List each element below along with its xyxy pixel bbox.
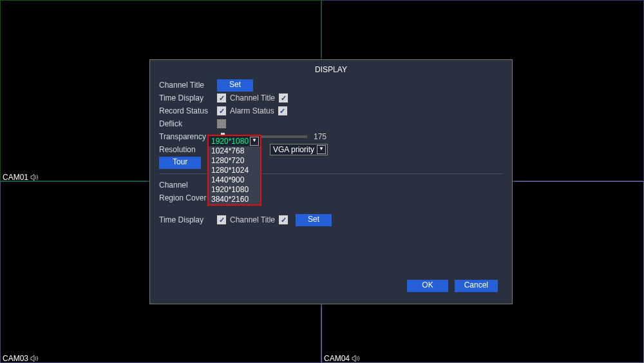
resolution-option[interactable]: 1024*768 (209, 146, 260, 156)
resolution-option[interactable]: 3840*2160 (209, 195, 260, 204)
alarm-status-checkbox[interactable]: ✓ (278, 106, 287, 115)
channel-title2-label: Channel Title (230, 93, 275, 103)
dialog-title: DISPLAY (150, 60, 512, 79)
set2-button[interactable]: Set (296, 214, 332, 226)
display-dialog: DISPLAY Channel Title Set Time Display ✓… (149, 59, 513, 304)
cancel-button[interactable]: Cancel (455, 280, 498, 292)
cam03-label: CAM03 (3, 354, 38, 363)
channel-title3-label: Channel Title (230, 215, 275, 224)
resolution-selected: 1920*1080 (211, 136, 249, 146)
speaker-icon (30, 355, 38, 362)
alarm-status-label: Alarm Status (230, 106, 274, 115)
speaker-icon (352, 355, 359, 362)
record-status-label: Record Status (159, 106, 217, 115)
time-display-checkbox[interactable]: ✓ (217, 93, 226, 103)
set-button[interactable]: Set (217, 79, 253, 92)
time-display2-checkbox[interactable]: ✓ (217, 215, 226, 224)
chevron-down-icon: ▼ (250, 137, 259, 146)
resolution-options-list: 1024*768 1280*720 1280*1024 1440*900 192… (209, 146, 260, 204)
vga-priority-select[interactable]: VGA priority▼ (270, 144, 328, 155)
channel-title3-checkbox[interactable]: ✓ (279, 215, 288, 224)
channel-title-label: Channel Title (159, 81, 217, 90)
resolution-option[interactable]: 1920*1080 (209, 185, 260, 195)
resolution-option[interactable]: 1440*900 (209, 175, 260, 185)
ok-button[interactable]: OK (407, 280, 448, 292)
time-display2-label: Time Display (159, 215, 217, 224)
time-display-label: Time Display (159, 93, 217, 103)
tour-button[interactable]: Tour (159, 157, 201, 169)
resolution-option[interactable]: 1280*1024 (209, 166, 260, 175)
deflick-label: Deflick (159, 119, 217, 128)
cam04-label: CAM04 (324, 354, 359, 363)
resolution-dropdown-highlight: 1920*1080 ▼ 1024*768 1280*720 1280*1024 … (207, 135, 261, 206)
resolution-select[interactable]: 1920*1080 ▼ (209, 136, 260, 146)
speaker-icon (30, 174, 38, 181)
chevron-down-icon: ▼ (317, 145, 326, 154)
deflick-checkbox[interactable] (217, 119, 226, 128)
channel-title-checkbox[interactable]: ✓ (279, 93, 288, 103)
record-status-checkbox[interactable]: ✓ (217, 106, 226, 115)
cam01-label: CAM01 (3, 173, 38, 182)
resolution-option[interactable]: 1280*720 (209, 156, 260, 166)
transparency-value: 175 (314, 132, 327, 141)
